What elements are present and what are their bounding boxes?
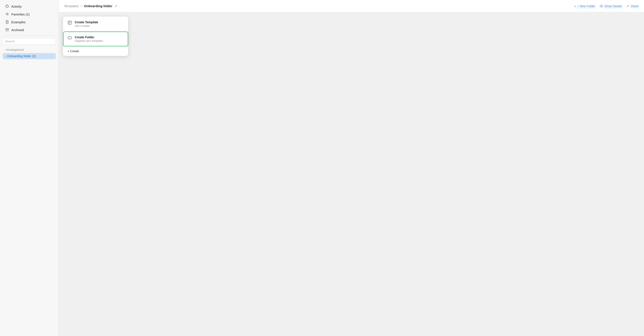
sidebar-search-container — [2, 38, 56, 45]
breadcrumb: Templates > Onboarding folder — [64, 4, 118, 8]
history-icon — [5, 4, 9, 8]
create-template-subtitle: Like a recipe. — [75, 24, 98, 28]
sidebar-item-examples-label: Examples — [11, 20, 26, 24]
sidebar-item-archived-label: Archived — [11, 28, 24, 32]
header-actions: + + New Folder Show Details — [574, 4, 639, 8]
breadcrumb-separator: > — [80, 4, 82, 8]
archive-icon — [5, 28, 9, 32]
share-label: Share — [631, 4, 639, 8]
create-dropdown: Create Template Like a recipe. Create Fo… — [63, 17, 128, 56]
svg-point-6 — [600, 5, 603, 7]
main-header: Templates > Onboarding folder + + New Fo… — [59, 0, 644, 12]
template-icon — [68, 21, 72, 25]
uncategorized-label: Uncategorized — [6, 48, 24, 51]
tree-item-label: Onboarding folder (2) — [7, 54, 36, 58]
create-template-title: Create Template — [75, 21, 98, 24]
sidebar: Activity Favorites (1) Examples — [0, 0, 59, 336]
create-folder-subtitle: Organize your templates — [75, 39, 103, 42]
chevron-right-icon: › — [5, 55, 6, 57]
plus-icon: + — [574, 4, 576, 8]
new-folder-label: + New Folder — [577, 4, 595, 8]
share-button[interactable]: Share — [626, 4, 639, 8]
create-template-item[interactable]: Create Template Like a recipe. — [63, 17, 128, 31]
link-icon — [626, 4, 630, 8]
svg-point-7 — [601, 6, 602, 6]
sidebar-tree: Uncategorized › Onboarding folder (2) — [0, 47, 58, 59]
sidebar-item-examples[interactable]: Examples — [2, 18, 56, 26]
sidebar-item-activity[interactable]: Activity — [2, 3, 56, 10]
tree-item-onboarding-folder[interactable]: › Onboarding folder (2) — [2, 53, 56, 59]
sidebar-nav: Activity Favorites (1) Examples — [0, 3, 58, 34]
create-template-text: Create Template Like a recipe. — [75, 21, 98, 28]
sidebar-item-activity-label: Activity — [11, 5, 22, 8]
create-folder-item[interactable]: Create Folder Organize your templates — [63, 32, 128, 46]
file-icon — [5, 20, 9, 24]
eye-icon — [600, 5, 603, 8]
create-label: + Create — [67, 49, 79, 53]
create-folder-text: Create Folder Organize your templates — [75, 36, 103, 42]
create-folder-title: Create Folder — [75, 36, 103, 39]
breadcrumb-parent[interactable]: Templates — [64, 4, 79, 8]
main-area: Templates > Onboarding folder + + New Fo… — [59, 0, 644, 336]
breadcrumb-current: Onboarding folder — [84, 4, 112, 8]
sidebar-item-favorites-label: Favorites (1) — [11, 13, 30, 16]
new-folder-button[interactable]: + + New Folder — [574, 4, 595, 8]
show-details-button[interactable]: Show Details — [600, 4, 622, 8]
sidebar-item-archived[interactable]: Archived — [2, 26, 56, 34]
main-content: Create Template Like a recipe. Create Fo… — [59, 12, 644, 336]
create-button[interactable]: + Create — [63, 46, 128, 56]
tree-item-uncategorized[interactable]: Uncategorized — [2, 47, 56, 53]
sidebar-item-favorites[interactable]: Favorites (1) — [2, 11, 56, 18]
edit-icon[interactable] — [114, 5, 118, 8]
svg-rect-8 — [68, 21, 72, 24]
search-input[interactable] — [2, 38, 56, 45]
star-icon — [5, 12, 9, 16]
folder-icon — [68, 36, 72, 40]
show-details-label: Show Details — [604, 4, 622, 8]
